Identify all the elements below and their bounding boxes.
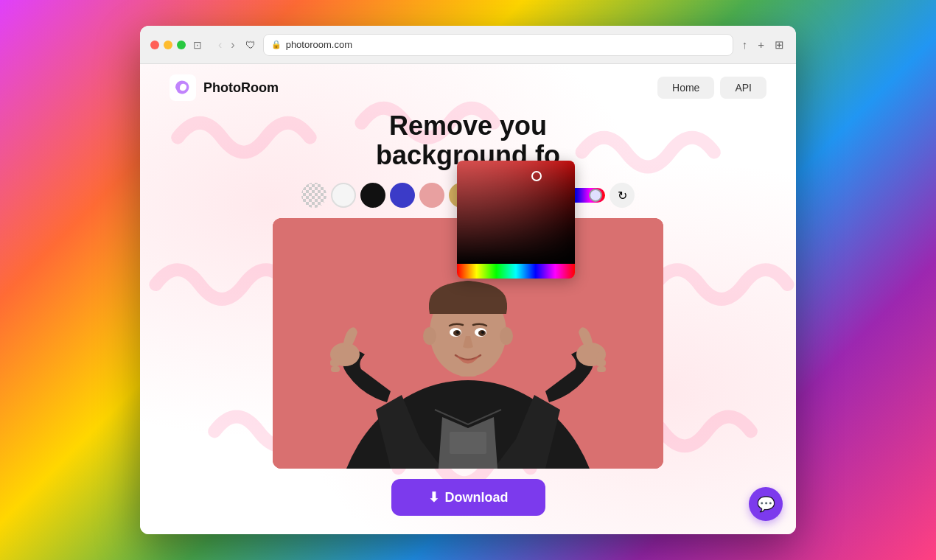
svg-point-13 xyxy=(481,331,484,334)
api-nav-button[interactable]: API xyxy=(720,77,766,99)
download-icon: ⬇ xyxy=(428,489,439,505)
download-button[interactable]: ⬇ Download xyxy=(391,479,545,516)
white-swatch[interactable] xyxy=(331,183,356,208)
svg-point-7 xyxy=(500,327,513,345)
logo-area: PhotoRoom xyxy=(170,74,279,101)
nav-arrows: ‹ › xyxy=(215,37,238,53)
black-swatch[interactable] xyxy=(360,183,385,208)
url-text: photoroom.com xyxy=(286,39,352,50)
sidebar-icon[interactable]: ⊡ xyxy=(193,39,205,51)
chat-icon: 💬 xyxy=(757,495,775,513)
security-icons: 🛡 xyxy=(245,39,256,51)
minimize-button[interactable] xyxy=(164,41,172,49)
shield-icon: 🛡 xyxy=(245,39,256,51)
nav-links: Home API xyxy=(657,77,766,99)
address-bar[interactable]: 🔒 photoroom.com xyxy=(263,34,733,56)
pink-swatch[interactable] xyxy=(419,183,444,208)
download-label: Download xyxy=(445,490,509,505)
back-button[interactable]: ‹ xyxy=(215,37,225,53)
svg-rect-19 xyxy=(596,352,604,360)
svg-point-6 xyxy=(423,327,436,345)
maximize-button[interactable] xyxy=(177,41,186,49)
lock-icon: 🔒 xyxy=(271,40,282,49)
svg-rect-21 xyxy=(597,366,606,372)
hero-title-line1: Remove you xyxy=(389,111,547,141)
hue-slider[interactable] xyxy=(457,264,575,279)
svg-rect-17 xyxy=(331,366,340,372)
gradient-bar-handle xyxy=(589,189,602,202)
home-nav-button[interactable]: Home xyxy=(657,77,714,99)
chat-widget[interactable]: 💬 xyxy=(749,487,783,521)
browser-chrome: ⊡ ‹ › 🛡 🔒 photoroom.com ↑ + ⊞ xyxy=(140,26,796,64)
svg-rect-15 xyxy=(332,352,340,360)
rotate-button[interactable]: ↻ xyxy=(610,183,635,208)
browser-actions: ↑ + ⊞ xyxy=(741,37,786,53)
color-picker-popup[interactable] xyxy=(457,161,575,279)
site-content: PhotoRoom Home API Remove you background… xyxy=(140,64,796,534)
site-header: PhotoRoom Home API xyxy=(140,64,796,111)
svg-rect-16 xyxy=(330,360,340,366)
blue-swatch[interactable] xyxy=(390,183,415,208)
site-main: Remove you background fo xyxy=(140,111,796,534)
photoroom-logo-icon xyxy=(170,74,196,101)
svg-point-12 xyxy=(456,331,459,334)
add-tab-icon[interactable]: + xyxy=(756,37,766,52)
forward-button[interactable]: › xyxy=(228,37,237,53)
svg-rect-20 xyxy=(596,360,606,366)
logo-text: PhotoRoom xyxy=(203,80,279,96)
color-gradient-field[interactable] xyxy=(457,161,575,264)
transparent-swatch[interactable] xyxy=(301,183,326,208)
svg-rect-3 xyxy=(450,432,486,454)
close-button[interactable] xyxy=(150,41,159,49)
tabs-icon[interactable]: ⊞ xyxy=(773,37,786,53)
share-icon[interactable]: ↑ xyxy=(741,37,750,52)
traffic-lights xyxy=(150,41,186,49)
browser-window: ⊡ ‹ › 🛡 🔒 photoroom.com ↑ + ⊞ xyxy=(140,26,796,534)
